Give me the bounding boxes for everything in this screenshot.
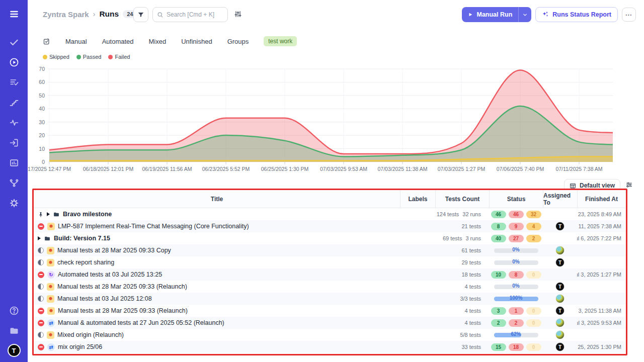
bulk-select-icon[interactable]: [43, 38, 50, 45]
legend-item-skipped[interactable]: Skipped: [43, 54, 69, 60]
question-circle-icon[interactable]: [4, 301, 24, 321]
steps-icon[interactable]: [4, 93, 24, 113]
run-title[interactable]: Mixed origin (Relaunch): [57, 331, 124, 338]
table-row[interactable]: ✹Mixed origin (Relaunch)5/8 tests62%: [34, 329, 625, 341]
y-tick-label: 50: [28, 93, 45, 99]
assignee-cell: [543, 268, 577, 281]
adjustments-icon[interactable]: [234, 10, 242, 20]
column-header-tests-count[interactable]: Tests Count: [435, 190, 489, 208]
table-row[interactable]: ↻Automated tests at 03 Jul 2025 13:2518 …: [34, 268, 625, 281]
table-row[interactable]: ⇄Manual & automated tests at 27 Jun 2025…: [34, 317, 625, 329]
assignee-cell: [543, 244, 577, 256]
title-cell: ⇄mix origin 25/06: [34, 341, 400, 353]
legend-label: Passed: [83, 54, 102, 60]
view-settings-icon[interactable]: [625, 181, 633, 191]
column-header-status[interactable]: Status: [489, 190, 543, 208]
filter-button[interactable]: [133, 7, 148, 22]
finished-at-cell: Jul 3, 2025 11:38 AM: [577, 305, 625, 317]
run-title[interactable]: Automated tests at 03 Jul 2025 13:25: [58, 271, 162, 278]
manual-run-dropdown[interactable]: [518, 7, 531, 22]
column-header-labels[interactable]: Labels: [400, 190, 435, 208]
tab-mixed[interactable]: Mixed: [149, 38, 167, 45]
folder-icon: [53, 211, 60, 218]
bar-chart-icon[interactable]: [4, 153, 24, 173]
assignee-avatar[interactable]: [555, 294, 565, 303]
expand-chevron-icon[interactable]: [47, 212, 50, 216]
legend-item-passed[interactable]: Passed: [76, 54, 102, 60]
progress-label: 0%: [494, 283, 538, 289]
sign-in-icon[interactable]: [4, 133, 24, 153]
assignee-avatar[interactable]: T: [555, 282, 565, 291]
tab-unfinished[interactable]: Unfinished: [181, 38, 212, 45]
assignee-avatar[interactable]: T: [555, 222, 565, 231]
breadcrumb-project[interactable]: Zyntra Spark: [43, 10, 89, 19]
table-row[interactable]: ✹check report sharing29 tests0%T: [34, 256, 625, 268]
manual-run-icon: ✹: [47, 331, 54, 339]
table-row[interactable]: Build: Version 7.1569 tests3 runs40272Ju…: [34, 232, 625, 244]
x-tick-label: 07/03/2025 11:38 AM: [370, 166, 435, 172]
status-cell: 100%: [489, 293, 543, 305]
table-row[interactable]: ✹Manual tests at 28 Mar 2025 09:33 Copy6…: [34, 244, 625, 256]
column-header-finished-at[interactable]: Finished At: [577, 190, 625, 208]
tab-groups[interactable]: Groups: [227, 38, 249, 45]
table-row[interactable]: ✹LMP-587 Implement Real-Time Chat Messag…: [34, 220, 625, 232]
runs-status-report-button[interactable]: Runs Status Report: [535, 7, 618, 22]
assignee-cell: [543, 317, 577, 329]
expand-chevron-icon[interactable]: [38, 236, 41, 240]
column-header-assigned-to[interactable]: Assigned To: [543, 190, 577, 208]
run-title[interactable]: Manual tests at 03 Jul 2025 12:08: [57, 295, 152, 302]
folder-icon[interactable]: [4, 321, 24, 341]
title-cell: ✹Mixed origin (Relaunch): [34, 329, 400, 341]
run-title[interactable]: mix origin 25/06: [58, 343, 102, 350]
user-avatar[interactable]: T: [8, 344, 21, 357]
table-row[interactable]: ⇄mix origin 25/0633 tests15180TJun 25, 2…: [34, 341, 625, 353]
skipped-pill: 4: [526, 223, 541, 230]
list-check-icon[interactable]: [4, 72, 24, 93]
run-title[interactable]: Manual tests at 28 Mar 2025 09:33 (Relau…: [57, 283, 187, 290]
assignee-avatar[interactable]: T: [555, 306, 565, 315]
passed-pill: 2: [491, 319, 506, 327]
run-title[interactable]: Manual tests at 28 Mar 2025 09:33 Copy: [57, 247, 171, 254]
assignee-avatar[interactable]: T: [555, 342, 565, 351]
hamburger-icon[interactable]: [4, 4, 24, 24]
run-title[interactable]: Bravo milestone: [63, 211, 112, 218]
y-tick-label: 0: [28, 159, 45, 165]
run-title[interactable]: check report sharing: [57, 259, 114, 266]
tests-count-cell: 21 tests: [435, 220, 489, 232]
assignee-avatar[interactable]: T: [555, 258, 565, 267]
run-title[interactable]: LMP-587 Implement Real-Time Chat Messagi…: [58, 223, 249, 230]
tab-manual[interactable]: Manual: [65, 38, 87, 45]
failed-status-icon: [38, 223, 44, 230]
run-title[interactable]: Manual tests at 28 Mar 2025 09:33 (Relau…: [58, 307, 188, 314]
table-row[interactable]: ✹Manual tests at 28 Mar 2025 09:33 (Rela…: [34, 305, 625, 317]
branch-icon[interactable]: [4, 173, 24, 193]
gear-icon[interactable]: [4, 193, 24, 213]
tests-count-cell: 29 tests: [435, 256, 489, 268]
folder-icon: [44, 235, 51, 242]
table-row[interactable]: ✹Manual tests at 28 Mar 2025 09:33 (Rela…: [34, 281, 625, 293]
run-title[interactable]: Build: Version 7.15: [54, 235, 110, 242]
table-row[interactable]: ✹Manual tests at 03 Jul 2025 12:083/3 te…: [34, 293, 625, 305]
table-row[interactable]: Bravo milestone124 tests32 runs464632May…: [34, 208, 625, 220]
search-box[interactable]: [152, 7, 228, 22]
pulse-icon[interactable]: [4, 113, 24, 133]
play-circle-icon[interactable]: [4, 52, 24, 72]
check-icon[interactable]: [4, 32, 24, 52]
assignee-avatar[interactable]: [555, 318, 565, 327]
manual-run-button[interactable]: Manual Run: [462, 7, 531, 22]
more-options-button[interactable]: ⋯: [622, 8, 636, 22]
finished-at-cell: [577, 281, 625, 293]
assignee-avatar[interactable]: [555, 330, 565, 339]
legend-item-failed[interactable]: Failed: [108, 54, 130, 60]
column-header-title[interactable]: Title: [34, 190, 400, 208]
skipped-pill: 0: [526, 307, 541, 315]
failed-pill: 9: [509, 223, 524, 230]
tab-automated[interactable]: Automated: [102, 38, 134, 45]
assignee-cell: T: [543, 256, 577, 268]
title-cell: ✹check report sharing: [34, 256, 400, 268]
active-filter-tag[interactable]: test work: [264, 36, 297, 46]
run-title[interactable]: Manual & automated tests at 27 Jun 2025 …: [58, 319, 224, 326]
assignee-avatar[interactable]: [555, 246, 565, 255]
finished-at-cell: [577, 256, 625, 268]
search-input[interactable]: [167, 11, 222, 18]
